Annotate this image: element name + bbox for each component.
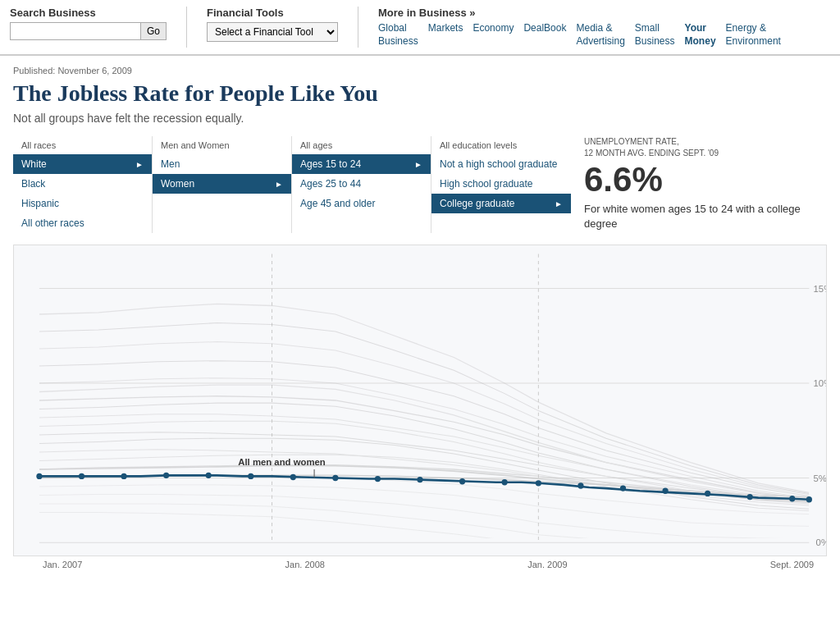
chart-svg: 15% 10% 5% 0% xyxy=(14,245,826,556)
svg-point-14 xyxy=(121,473,126,479)
filter-white[interactable]: White ► xyxy=(13,154,152,174)
filter-men[interactable]: Men xyxy=(153,154,291,174)
more-in-business-label: More in Business » xyxy=(378,7,781,19)
search-label: Search Business xyxy=(10,7,167,19)
svg-text:10%: 10% xyxy=(814,378,826,388)
nav-economy[interactable]: Economy xyxy=(472,22,514,48)
page-header: Search Business Go Financial Tools Selec… xyxy=(0,0,840,56)
x-label-jan2008: Jan. 2008 xyxy=(285,560,325,569)
search-section: Search Business Go xyxy=(10,7,167,48)
filter-women[interactable]: Women ► xyxy=(153,174,291,194)
nav-dealbook[interactable]: DealBook xyxy=(523,22,566,48)
nav-markets[interactable]: Markets xyxy=(428,22,463,48)
svg-point-19 xyxy=(332,475,338,481)
filter-ages-15-24[interactable]: Ages 15 to 24 ► xyxy=(292,154,431,174)
filter-all-other-races[interactable]: All other races xyxy=(13,213,152,233)
x-label-jan2007: Jan. 2007 xyxy=(43,560,82,569)
education-filter-col: All education levels Not a high school g… xyxy=(431,136,571,233)
svg-text:5%: 5% xyxy=(814,473,826,483)
svg-point-13 xyxy=(79,473,84,479)
svg-point-16 xyxy=(206,473,212,478)
gender-filter-header[interactable]: Men and Women xyxy=(153,136,291,154)
race-filter-header[interactable]: All races xyxy=(13,136,152,154)
svg-point-22 xyxy=(459,478,465,484)
published-date: Published: November 6, 2009 xyxy=(13,66,827,75)
svg-point-21 xyxy=(417,477,422,482)
nav-global-business[interactable]: GlobalBusiness xyxy=(378,22,418,48)
svg-point-28 xyxy=(705,491,710,496)
x-label-jan2009: Jan. 2009 xyxy=(527,560,567,569)
stats-label: UNEMPLOYMENT RATE, 12 MONTH AVG. ENDING … xyxy=(584,136,827,159)
svg-point-12 xyxy=(36,473,42,479)
stats-rate: 6.6% xyxy=(584,162,827,197)
svg-point-18 xyxy=(290,474,296,480)
svg-point-30 xyxy=(789,496,795,501)
filter-stats-area: All races White ► Black Hispanic All oth… xyxy=(13,136,827,245)
stats-description: For white women ages 15 to 24 with a col… xyxy=(584,202,827,231)
filter-ages-25-44[interactable]: Ages 25 to 44 xyxy=(292,174,431,194)
nav-your-money[interactable]: YourMoney xyxy=(685,22,716,48)
age-filter-col: All ages Ages 15 to 24 ► Ages 25 to 44 A… xyxy=(292,136,431,233)
filter-area: All races White ► Black Hispanic All oth… xyxy=(13,136,571,233)
nav-media[interactable]: Media &Advertising xyxy=(576,22,624,48)
nav-links: GlobalBusiness Markets Economy DealBook … xyxy=(378,22,781,48)
search-button[interactable]: Go xyxy=(141,22,167,40)
chart-x-labels: Jan. 2007 Jan. 2008 Jan. 2009 Sept. 2009 xyxy=(13,556,827,569)
filter-age-45-older[interactable]: Age 45 and older xyxy=(292,194,431,213)
race-filter-col: All races White ► Black Hispanic All oth… xyxy=(13,136,153,233)
svg-text:0%: 0% xyxy=(816,538,826,548)
chart-area: 15% 10% 5% 0% xyxy=(13,245,827,556)
financial-tools-section: Financial Tools Select a Financial Tool … xyxy=(207,7,338,48)
nav-small-business[interactable]: SmallBusiness xyxy=(635,22,675,48)
filter-not-hs-grad[interactable]: Not a high school graduate xyxy=(431,154,571,174)
svg-text:All men and women: All men and women xyxy=(238,457,325,467)
svg-point-17 xyxy=(248,473,253,479)
svg-point-25 xyxy=(578,482,583,488)
stats-section: UNEMPLOYMENT RATE, 12 MONTH AVG. ENDING … xyxy=(584,136,827,231)
more-in-business-section: More in Business » GlobalBusiness Market… xyxy=(378,7,781,48)
svg-point-24 xyxy=(536,480,541,486)
search-input[interactable] xyxy=(10,22,141,40)
svg-point-15 xyxy=(163,473,169,478)
gender-filter-col: Men and Women Men Women ► xyxy=(153,136,292,233)
svg-point-20 xyxy=(375,476,381,482)
svg-point-27 xyxy=(662,488,668,494)
financial-tools-label: Financial Tools xyxy=(207,7,338,19)
svg-point-29 xyxy=(747,494,753,500)
article-title: The Jobless Rate for People Like You xyxy=(13,80,827,107)
main-content: Published: November 6, 2009 The Jobless … xyxy=(0,56,840,579)
nav-energy[interactable]: Energy &Environment xyxy=(726,22,781,48)
age-filter-header[interactable]: All ages xyxy=(292,136,431,154)
svg-text:15%: 15% xyxy=(814,284,826,294)
filter-hs-grad[interactable]: High school graduate xyxy=(431,174,571,194)
financial-tools-select[interactable]: Select a Financial Tool Budget Calculato… xyxy=(207,22,338,42)
filter-college-grad[interactable]: College graduate ► xyxy=(431,194,571,213)
filter-hispanic[interactable]: Hispanic xyxy=(13,194,152,213)
article-subtitle: Not all groups have felt the recession e… xyxy=(13,112,827,125)
svg-point-23 xyxy=(502,479,508,485)
svg-point-31 xyxy=(806,496,812,502)
svg-point-26 xyxy=(620,486,626,492)
x-label-sept2009: Sept. 2009 xyxy=(770,560,814,569)
filter-black[interactable]: Black xyxy=(13,174,152,194)
education-filter-header[interactable]: All education levels xyxy=(431,136,571,154)
